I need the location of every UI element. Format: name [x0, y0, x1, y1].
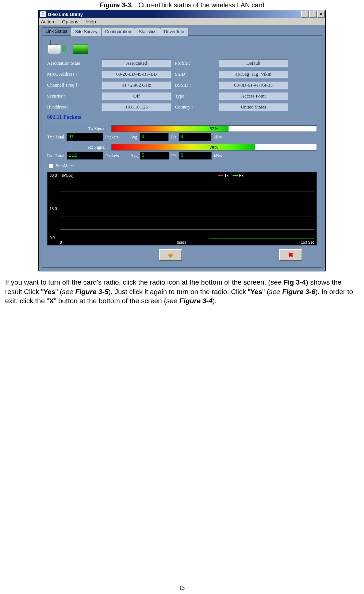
value-assoc-state: Associated: [102, 59, 171, 67]
tx-signal-pct: 57%: [210, 126, 219, 132]
value-type: Access Point: [219, 92, 288, 100]
tx-unit3: kB/s: [214, 134, 222, 140]
menu-action[interactable]: Action: [41, 19, 54, 24]
stepmeter-label: StepMeter: [56, 163, 74, 169]
rx-avg: 0: [140, 152, 169, 160]
value-ssid: ap15ag_11g_Vikin: [219, 70, 288, 78]
value-channel: 11 / 2.462 GHz: [102, 81, 171, 89]
graph-x-unit: (/sec): [177, 240, 186, 244]
graph-legend: Tx Rx: [218, 174, 244, 178]
tab-statistics[interactable]: Statistics: [135, 28, 160, 36]
rx-line: [209, 239, 314, 239]
tx-avg-label: Avg: [130, 134, 138, 140]
figure-caption: Figure 3-3. Current link status of the w…: [4, 1, 360, 9]
label-profile: Profile :: [175, 60, 215, 66]
label-assoc-state: Association State :: [47, 60, 98, 66]
router-icon: [48, 45, 61, 54]
app-icon: G: [40, 11, 46, 17]
graph-y-min: 0.0: [50, 236, 55, 240]
wlan-card-icon: [73, 45, 88, 54]
tab-panel: )) Association State : Associated Profil…: [42, 35, 322, 268]
graph-grid: [60, 179, 314, 239]
legend-tx: Tx: [218, 174, 229, 178]
rx-rate: 0: [179, 152, 212, 160]
figure-text: Current link status of the wireless LAN …: [138, 1, 264, 9]
body-paragraph: If you want to turn off the card's radio…: [5, 278, 359, 306]
close-window-button[interactable]: ×: [317, 11, 325, 18]
value-mac: 00-20-ED-49-BF-BB: [102, 70, 171, 78]
graph-x-right: 153 Sec: [301, 240, 314, 244]
label-bssid: BSSID :: [175, 82, 215, 88]
stepmeter-checkbox[interactable]: [49, 164, 53, 168]
device-illustration: )): [47, 39, 87, 57]
value-country: United States: [219, 103, 288, 111]
tx-signal-label: Tx Signal: [47, 126, 109, 132]
stepmeter-row[interactable]: StepMeter: [47, 163, 317, 170]
tab-link-status[interactable]: Link Status: [42, 27, 71, 35]
value-security: Off: [102, 92, 171, 100]
legend-rx: Rx: [233, 174, 244, 178]
status-grid: Association State : Associated Profile :…: [47, 59, 317, 111]
exit-button[interactable]: ✖: [279, 249, 302, 261]
label-country: Country :: [175, 104, 215, 110]
tx-prefix: Tx : Total: [47, 134, 64, 140]
tx-total: 91: [66, 133, 103, 141]
graph-x-left: 0: [60, 240, 62, 244]
label-mac: MAC Address :: [47, 71, 98, 77]
menubar: Action Options Help: [39, 18, 325, 25]
window-bottom-bar: ◈ ✖: [47, 245, 317, 262]
rx-unit2: P/s: [171, 153, 177, 159]
packets-section: Tx Signal 57% Tx : Total 91 Packets Avg …: [47, 121, 317, 245]
tx-signal-bar: 57%: [111, 125, 317, 132]
close-icon: ✖: [288, 251, 294, 259]
tab-site-survey[interactable]: Site Survey: [71, 28, 101, 36]
graph-y-mid: 15.0: [50, 207, 57, 211]
rx-signal-pct: 70%: [210, 144, 219, 150]
throughput-graph: 30.0 (Mbps) 15.0 0.0 Tx Rx 0: [47, 172, 317, 245]
radio-icon: ◈: [168, 252, 173, 259]
tx-avg: 0: [139, 133, 169, 141]
packets-title: 802.11 Packets: [47, 114, 317, 120]
label-security: Security :: [47, 93, 98, 99]
titlebar: G G-EzLink Utility _ □ ×: [39, 10, 325, 18]
label-ip: IP address:: [47, 104, 98, 110]
label-channel: Channel[ Freq ] :: [47, 82, 98, 88]
figure-number: Figure 3-3.: [100, 1, 133, 9]
window-title: G-EzLink Utility: [48, 12, 83, 17]
tx-unit2: P/s: [171, 134, 176, 140]
tx-rate: 0: [179, 133, 211, 141]
graph-x-axis: 0 (/sec) 153 Sec: [60, 240, 314, 244]
label-type: Type :: [175, 93, 215, 99]
tab-configuration[interactable]: Configuration: [101, 28, 135, 36]
minimize-button[interactable]: _: [301, 11, 309, 18]
rx-signal-fill: [112, 144, 255, 150]
page-number: 13: [0, 585, 364, 591]
rx-signal-bar: 70%: [111, 144, 317, 151]
radio-toggle-button[interactable]: ◈: [159, 249, 182, 261]
tx-unit1: Packets: [105, 134, 119, 140]
maximize-button[interactable]: □: [309, 11, 317, 18]
rx-total: 111: [67, 152, 103, 160]
label-ssid: SSID :: [175, 71, 215, 77]
rx-unit1: Packets: [106, 153, 119, 159]
graph-unit: (Mbps): [62, 174, 73, 178]
rx-unit3: kB/s: [214, 153, 222, 159]
tab-driver-info[interactable]: Driver Info: [160, 28, 188, 36]
rx-avg-label: Avg: [130, 153, 138, 159]
rx-prefix: Rx : Total: [47, 153, 65, 159]
value-profile: Default: [219, 59, 288, 67]
signal-icon: )): [62, 44, 66, 52]
rx-signal-label: Rx Signal: [47, 145, 109, 150]
menu-options[interactable]: Options: [62, 19, 78, 24]
tab-strip: Link Status Site Survey Configuration St…: [42, 27, 322, 35]
app-window: G G-EzLink Utility _ □ × Action Options …: [38, 10, 326, 271]
value-ip: 10.8.10.126: [102, 103, 171, 111]
menu-help[interactable]: Help: [86, 19, 96, 24]
value-bssid: 00-0D-61-41-A4-35: [219, 81, 288, 89]
graph-y-max: 30.0: [50, 174, 57, 178]
